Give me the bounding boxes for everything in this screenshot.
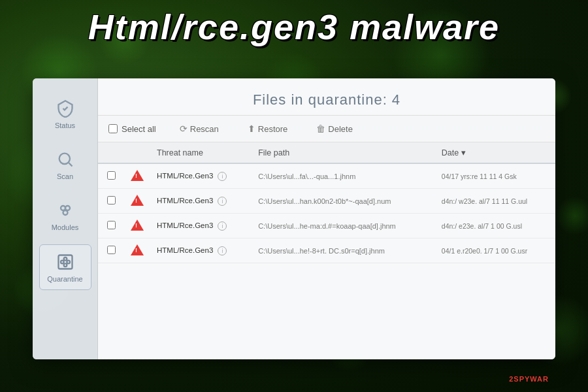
- row-warning-cell: [124, 163, 150, 189]
- delete-button[interactable]: 🗑 Delete: [311, 121, 358, 137]
- restore-button[interactable]: ⬆ Restore: [242, 121, 293, 137]
- sidebar-item-scan[interactable]: Scan: [39, 142, 91, 187]
- table-row: HTML/Rce.Gen3 i C:\Users\ul...fa\...-qua…: [98, 163, 555, 189]
- sidebar-modules-label: Modules: [52, 223, 79, 231]
- svg-point-6: [61, 261, 64, 264]
- row-checkbox-2[interactable]: [107, 221, 116, 229]
- warning-triangle-icon: [131, 244, 144, 255]
- title-area: Html/rce.gen3 malware: [0, 7, 588, 47]
- restore-icon: ⬆: [248, 123, 255, 134]
- rescan-icon: ⟳: [180, 123, 188, 134]
- sidebar-scan-label: Scan: [57, 172, 73, 180]
- svg-point-9: [63, 263, 67, 267]
- rescan-button[interactable]: ⟳ Rescan: [174, 121, 224, 137]
- svg-point-4: [63, 210, 67, 215]
- main-content: Files in quarantine: 4 Select all ⟳ Resc…: [98, 78, 555, 359]
- quarantine-icon: [55, 252, 76, 272]
- table-header-row: Threat name File path Date ▾: [98, 142, 555, 163]
- col-date[interactable]: Date ▾: [435, 142, 555, 163]
- col-checkbox: [98, 142, 124, 163]
- sidebar-item-quarantine[interactable]: Quarantine: [39, 244, 91, 290]
- row-threat-name: HTML/Rce.Gen3 i: [150, 163, 252, 189]
- info-icon-1[interactable]: i: [218, 197, 227, 206]
- row-checkbox-cell[interactable]: [98, 214, 124, 238]
- row-threat-name: HTML/Rce.Gen3 i: [150, 189, 252, 214]
- row-date: 04/17 yrs:re 11 11 4 Gsk: [435, 163, 555, 189]
- table-row: HTML/Rce.Gen3 i C:\Users\ul...he!-8+rt. …: [98, 238, 555, 263]
- page-title: Html/rce.gen3 malware: [0, 7, 588, 47]
- row-checkbox-3[interactable]: [107, 246, 116, 254]
- modules-icon: [55, 200, 76, 221]
- sidebar-quarantine-label: Quarantine: [47, 275, 82, 283]
- sidebar-item-modules[interactable]: Modules: [39, 193, 91, 238]
- row-file-path: C:\Users\ul...han.k00n2-t0b*~-qaa[d].num: [252, 189, 435, 214]
- delete-icon: 🗑: [316, 123, 325, 134]
- row-warning-cell: [124, 238, 150, 263]
- svg-point-7: [67, 261, 70, 264]
- row-date: d4n:/ w23e. al/7 11 11 G.uul: [435, 189, 555, 214]
- quarantine-table: Threat name File path Date ▾: [98, 142, 555, 263]
- svg-point-0: [59, 154, 69, 164]
- quarantine-table-container: Threat name File path Date ▾: [98, 142, 555, 359]
- row-checkbox-cell[interactable]: [98, 238, 124, 263]
- row-threat-name: HTML/Rce.Gen3 i: [150, 238, 252, 263]
- row-file-path: C:\Users\ul...fa\...-qua...1.jhnm: [252, 163, 435, 189]
- row-threat-name: HTML/Rce.Gen3 i: [150, 214, 252, 238]
- search-icon: [55, 149, 76, 170]
- info-icon-0[interactable]: i: [218, 172, 227, 181]
- row-file-path: C:\Users\ul...he!-8+rt. DC.s0r=q[d].jhnm: [252, 238, 435, 263]
- svg-point-3: [65, 206, 70, 210]
- col-threat-name: Threat name: [150, 142, 252, 163]
- toolbar: Select all ⟳ Rescan ⬆ Restore 🗑 Delete: [98, 116, 555, 142]
- row-checkbox-cell[interactable]: [98, 163, 124, 189]
- info-icon-2[interactable]: i: [218, 221, 227, 231]
- sidebar-item-status[interactable]: Status: [39, 91, 91, 136]
- col-warning: [124, 142, 150, 163]
- row-checkbox-0[interactable]: [107, 171, 116, 180]
- content-header: Files in quarantine: 4: [98, 78, 555, 116]
- warning-triangle-icon: [131, 170, 144, 181]
- table-row: HTML/Rce.Gen3 i C:\Users\ul...han.k00n2-…: [98, 189, 555, 214]
- select-all-area[interactable]: Select all: [108, 124, 156, 134]
- svg-line-1: [69, 163, 72, 166]
- row-checkbox-cell[interactable]: [98, 189, 124, 214]
- content-title: Files in quarantine: 4: [253, 91, 400, 108]
- row-warning-cell: [124, 189, 150, 214]
- col-file-path: File path: [252, 142, 435, 163]
- table-row: HTML/Rce.Gen3 i C:\Users\ul...he-ma:d.#=…: [98, 214, 555, 238]
- warning-triangle-icon: [131, 195, 144, 206]
- row-warning-cell: [124, 214, 150, 238]
- app-panel: Status Scan Modules: [33, 78, 555, 359]
- sidebar-status-label: Status: [55, 122, 75, 129]
- select-all-checkbox[interactable]: [108, 124, 118, 133]
- row-date: d4n:/ e23e. al/7 1 00 G.usl: [435, 214, 555, 238]
- date-sort-icon: ▾: [461, 148, 466, 157]
- warning-triangle-icon: [131, 220, 144, 231]
- row-checkbox-1[interactable]: [107, 196, 116, 204]
- row-file-path: C:\Users\ul...he-ma:d.#=koaap-qaa[d].jhn…: [252, 214, 435, 238]
- shield-check-icon: [55, 98, 76, 119]
- row-date: 04/1 e.r20e0. 1/7 1 00 G.usr: [435, 238, 555, 263]
- sidebar: Status Scan Modules: [33, 78, 98, 359]
- info-icon-3[interactable]: i: [218, 246, 227, 255]
- select-all-label: Select all: [122, 124, 156, 134]
- watermark: 2SPYWAR: [509, 375, 549, 383]
- svg-point-8: [63, 257, 67, 261]
